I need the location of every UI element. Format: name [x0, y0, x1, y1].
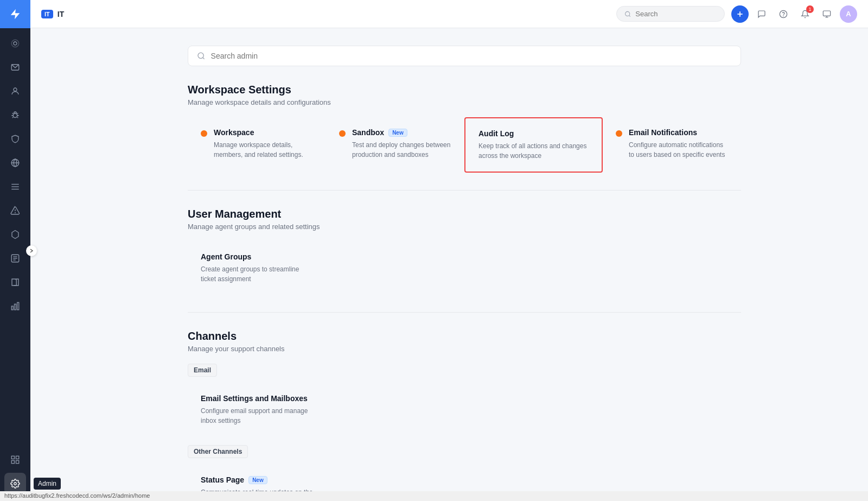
user-management-cards: Agent Groups Create agent groups to stre… [188, 242, 741, 295]
svg-point-4 [13, 113, 17, 118]
workspace-label: IT IT [41, 10, 64, 18]
audit-log-card-desc: Keep track of all actions and changes ac… [478, 141, 589, 161]
reports-icon [10, 253, 20, 263]
topbar-search[interactable] [616, 6, 725, 22]
agent-button[interactable] [818, 5, 835, 23]
home-icon [10, 39, 20, 48]
help-button[interactable] [775, 5, 792, 23]
sidebar-item-bugs[interactable] [4, 104, 26, 126]
audit-log-card[interactable]: Audit Log Keep track of all actions and … [464, 117, 603, 173]
email-settings-card[interactable]: Email Settings and Mailboxes Configure e… [188, 383, 326, 436]
user-management-subtitle: Manage agent groups and related settings [188, 223, 741, 231]
admin-search-bar[interactable] [188, 46, 741, 66]
svg-point-1 [11, 40, 19, 47]
sandbox-dot [339, 130, 346, 137]
admin-search-icon [197, 52, 206, 60]
svg-rect-22 [16, 461, 19, 464]
svg-point-31 [198, 53, 203, 58]
book-icon [10, 277, 20, 287]
agent-icon [822, 10, 831, 18]
chevron-right-icon [29, 248, 34, 253]
email-notifications-dot [616, 130, 622, 137]
svg-marker-11 [12, 231, 18, 239]
user-management-title: User Management [188, 208, 741, 220]
workspace-settings-subtitle: Manage workspace details and configurati… [188, 98, 741, 106]
svg-point-0 [14, 42, 17, 45]
workspace-settings-cards: Workspace Manage workspace details, memb… [188, 117, 741, 173]
email-channel-group: Email Email Settings and Mailboxes Confi… [188, 364, 741, 436]
shield-icon [10, 134, 20, 144]
user-management-section: User Management Manage agent groups and … [188, 208, 741, 295]
settings-icon [10, 479, 20, 489]
svg-rect-21 [11, 461, 14, 464]
main-wrapper: Workspace Settings Manage workspace deta… [61, 28, 868, 501]
status-page-card-title: Status Page New [201, 475, 313, 484]
notification-button[interactable]: 1 [796, 5, 814, 23]
sidebar-item-reports[interactable] [4, 248, 26, 269]
sidebar-item-contacts[interactable] [4, 80, 26, 102]
sidebar-expand-button[interactable] [26, 245, 37, 256]
email-notifications-card[interactable]: Email Notifications Configure automatic … [603, 117, 741, 173]
sandbox-card[interactable]: Sandbox New Test and deploy changes betw… [326, 117, 464, 173]
svg-rect-20 [16, 456, 19, 459]
audit-log-card-title: Audit Log [478, 129, 589, 138]
email-settings-card-desc: Configure email support and manage inbox… [201, 406, 313, 426]
workspace-settings-section: Workspace Settings Manage workspace deta… [188, 84, 741, 173]
sidebar-item-alert[interactable] [4, 200, 26, 221]
workspace-dot [201, 130, 207, 137]
bug-icon [10, 110, 20, 120]
help-icon [779, 10, 788, 18]
other-group-label: Other Channels [188, 445, 248, 458]
agent-groups-card-desc: Create agent groups to streamline ticket… [201, 264, 313, 284]
grid-icon [10, 455, 20, 465]
svg-point-10 [15, 212, 16, 213]
svg-line-32 [203, 58, 205, 59]
notification-badge: 1 [806, 5, 814, 13]
workspace-card-desc: Manage workspace details, members, and r… [214, 140, 313, 160]
user-avatar[interactable]: A [840, 5, 857, 23]
workspace-card[interactable]: Workspace Manage workspace details, memb… [188, 117, 326, 173]
sidebar-logo[interactable] [0, 0, 30, 28]
agent-groups-card[interactable]: Agent Groups Create agent groups to stre… [188, 242, 326, 295]
sidebar-item-shield[interactable] [4, 128, 26, 150]
svg-rect-18 [17, 302, 19, 310]
svg-point-28 [780, 10, 787, 17]
channels-subtitle: Manage your support channels [188, 345, 741, 353]
sidebar-item-book[interactable] [4, 271, 26, 293]
admin-search-input[interactable] [211, 52, 732, 60]
svg-rect-17 [15, 304, 16, 310]
svg-point-29 [783, 16, 784, 16]
sidebar: Admin [0, 0, 30, 501]
sidebar-item-chart[interactable] [4, 295, 26, 317]
sidebar-item-groups[interactable] [4, 224, 26, 245]
email-cards: Email Settings and Mailboxes Configure e… [188, 383, 741, 436]
new-button[interactable] [731, 5, 749, 23]
lightning-icon [9, 8, 21, 20]
email-settings-card-title: Email Settings and Mailboxes [201, 394, 313, 403]
chat-button[interactable] [753, 5, 770, 23]
topbar-search-input[interactable] [635, 10, 717, 18]
workspace-badge: IT [41, 10, 53, 18]
sidebar-item-grid[interactable] [4, 449, 26, 471]
list-icon [10, 182, 20, 192]
sidebar-item-list[interactable] [4, 176, 26, 198]
email-notifications-card-title: Email Notifications [629, 128, 728, 137]
sandbox-card-title: Sandbox New [352, 128, 451, 137]
svg-rect-16 [11, 306, 13, 310]
sidebar-item-map[interactable] [4, 152, 26, 174]
email-group-label: Email [188, 364, 217, 377]
agent-groups-card-title: Agent Groups [201, 252, 313, 261]
sidebar-item-inbox[interactable] [4, 56, 26, 78]
contacts-icon [10, 86, 20, 96]
channels-section: Channels Manage your support channels Em… [188, 330, 741, 501]
svg-line-25 [629, 15, 630, 16]
sidebar-nav [4, 28, 26, 449]
svg-rect-30 [823, 11, 830, 16]
sandbox-card-desc: Test and deploy changes between producti… [352, 140, 451, 160]
sidebar-item-home[interactable] [4, 33, 26, 54]
section-divider-1 [188, 190, 741, 191]
admin-tooltip: Admin [34, 478, 61, 490]
svg-rect-19 [11, 456, 14, 459]
main-content: Workspace Settings Manage workspace deta… [166, 28, 763, 501]
status-page-new-badge: New [248, 476, 267, 484]
